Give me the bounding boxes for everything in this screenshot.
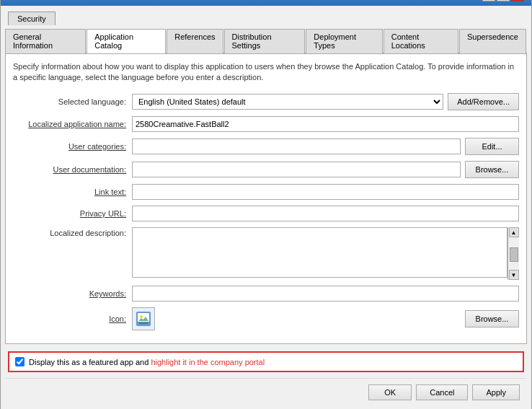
localized-description-label: Localized description:	[13, 227, 132, 237]
localized-description-row: Localized description: ▲ ▼	[13, 227, 519, 280]
title-bar: 🪟 2580Creamative.FastBall2 Properties _ …	[1, 0, 531, 6]
featured-label[interactable]: Display this as a featured app and highl…	[29, 358, 265, 366]
description-text: Specify information about how you want t…	[13, 61, 519, 84]
user-documentation-label: User documentation:	[13, 165, 132, 174]
scroll-thumb[interactable]	[510, 247, 518, 262]
user-categories-input[interactable]	[132, 138, 461, 154]
tab-general[interactable]: General Information	[5, 29, 86, 53]
link-text-row: Link text:	[13, 184, 519, 200]
link-text-label: Link text:	[13, 188, 132, 196]
description-scrollbar[interactable]: ▲ ▼	[507, 227, 519, 280]
icon-label: Icon:	[13, 315, 132, 323]
tab-content: Specify information about how you want t…	[5, 53, 527, 345]
minimize-button[interactable]: _	[482, 0, 495, 1]
featured-checkbox[interactable]	[15, 357, 25, 366]
featured-label-highlight: highlight it in the company portal	[151, 358, 265, 366]
svg-point-3	[140, 315, 143, 318]
tab-distribution-settings[interactable]: Distribution Settings	[224, 29, 306, 53]
localized-name-input[interactable]	[132, 116, 519, 132]
tab-application-catalog[interactable]: Application Catalog	[87, 29, 166, 53]
apply-button[interactable]: Apply	[472, 384, 520, 400]
watermark: windows-noob.com	[5, 406, 527, 409]
svg-rect-2	[139, 322, 148, 324]
tab-strip: General Information Application Catalog …	[5, 25, 527, 53]
icon-preview	[132, 307, 155, 330]
tab-content-locations[interactable]: Content Locations	[384, 29, 458, 53]
localized-name-row: Localized application name:	[13, 116, 519, 132]
privacy-url-input[interactable]	[132, 206, 519, 221]
cancel-button[interactable]: Cancel	[416, 384, 468, 400]
user-documentation-input[interactable]	[132, 162, 461, 177]
featured-app-row: Display this as a featured app and highl…	[8, 351, 524, 372]
browse-button-2[interactable]: Browse...	[465, 310, 519, 327]
user-categories-row: User categories: Edit...	[13, 138, 519, 155]
tab-deployment-types[interactable]: Deployment Types	[306, 29, 382, 53]
privacy-url-label: Privacy URL:	[13, 209, 132, 218]
browse-button-1[interactable]: Browse...	[465, 161, 519, 178]
edit-button[interactable]: Edit...	[465, 138, 519, 155]
scroll-up-arrow[interactable]: ▲	[509, 227, 519, 237]
maximize-button[interactable]: □	[497, 0, 510, 1]
link-text-input[interactable]	[132, 184, 519, 200]
user-documentation-row: User documentation: Browse...	[13, 161, 519, 178]
tab-supersedence[interactable]: Supersedence	[459, 29, 526, 53]
window-controls: _ □ ✕	[482, 0, 524, 1]
icon-image	[136, 311, 151, 327]
ok-button[interactable]: OK	[368, 384, 412, 400]
selected-language-select[interactable]: English (United States) default	[132, 94, 443, 110]
description-wrapper: ▲ ▼	[132, 227, 519, 280]
tab-references[interactable]: References	[167, 29, 223, 53]
scroll-down-arrow[interactable]: ▼	[509, 270, 519, 280]
selected-language-label: Selected language:	[13, 97, 132, 106]
security-tab-bar: Security	[5, 10, 527, 25]
keywords-row: Keywords:	[13, 286, 519, 302]
window-body: Security General Information Application…	[1, 6, 531, 409]
user-categories-label: User categories:	[13, 142, 132, 151]
icon-row: Icon: Browse...	[13, 307, 519, 330]
properties-window: 🪟 2580Creamative.FastBall2 Properties _ …	[0, 0, 532, 409]
add-remove-button[interactable]: Add/Remove...	[448, 93, 519, 110]
keywords-label: Keywords:	[13, 289, 132, 298]
privacy-url-row: Privacy URL:	[13, 206, 519, 221]
tab-security[interactable]: Security	[8, 12, 56, 25]
selected-language-row: Selected language: English (United State…	[13, 93, 519, 110]
localized-name-label: Localized application name:	[13, 120, 132, 128]
close-button[interactable]: ✕	[511, 0, 524, 1]
localized-description-textarea[interactable]	[132, 227, 507, 278]
featured-label-normal: Display this as a featured app and	[29, 358, 151, 366]
footer: OK Cancel Apply	[5, 378, 527, 406]
keywords-input[interactable]	[132, 286, 519, 302]
